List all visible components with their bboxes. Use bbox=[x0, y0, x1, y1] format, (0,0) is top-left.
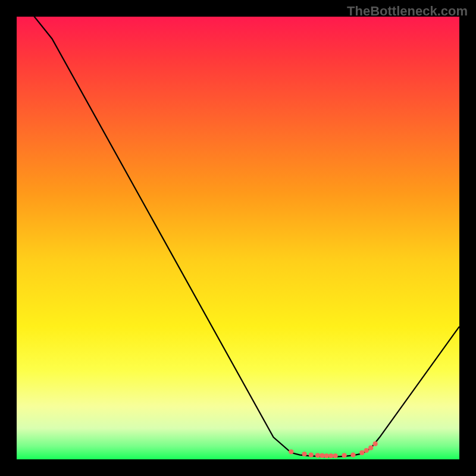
chart-container: TheBottleneck.com bbox=[0, 0, 476, 476]
marker-dot bbox=[315, 453, 320, 458]
marker-dot bbox=[342, 453, 346, 458]
marker-dot bbox=[302, 452, 307, 456]
marker-dot bbox=[333, 453, 338, 458]
marker-dot bbox=[373, 441, 378, 446]
marker-dot bbox=[350, 452, 355, 457]
marker-dot bbox=[309, 452, 314, 457]
curve-svg bbox=[17, 17, 459, 459]
watermark-text: TheBottleneck.com bbox=[347, 4, 468, 19]
marker-dot bbox=[364, 448, 369, 453]
marker-dot bbox=[324, 453, 329, 458]
marker-dot bbox=[289, 449, 293, 454]
marker-dot bbox=[320, 453, 324, 458]
marker-dot bbox=[359, 450, 364, 455]
marker-dot bbox=[328, 453, 333, 458]
bottleneck-curve bbox=[17, 17, 459, 457]
plot-area bbox=[17, 17, 459, 459]
marker-dot bbox=[368, 446, 373, 450]
